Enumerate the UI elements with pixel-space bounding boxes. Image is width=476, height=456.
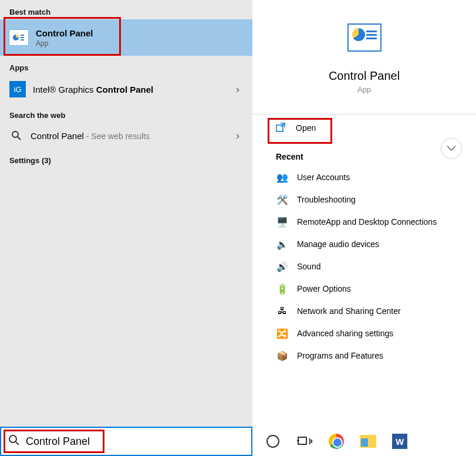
best-match-result[interactable]: Control Panel App <box>0 19 252 56</box>
svg-point-4 <box>12 131 18 137</box>
recent-item-label: RemoteApp and Desktop Connections <box>297 217 437 227</box>
recent-item[interactable]: 🔋Power Options <box>252 278 476 300</box>
task-view-icon[interactable] <box>296 433 313 450</box>
start-search-box[interactable] <box>0 427 252 456</box>
recent-item-icon: 🔀 <box>276 327 289 340</box>
web-item-control-panel[interactable]: Control Panel - See web results › <box>0 123 252 148</box>
svg-rect-2 <box>21 37 24 38</box>
svg-line-8 <box>16 442 19 445</box>
recent-item-icon: 🔊 <box>276 260 289 273</box>
recent-item-icon: 🔋 <box>276 282 289 295</box>
settings-heading[interactable]: Settings (3) <box>0 148 252 168</box>
recent-item-icon: 📦 <box>276 349 289 362</box>
recent-item-label: Programs and Features <box>297 351 383 360</box>
intel-graphics-icon: iG <box>9 81 26 97</box>
apps-heading: Apps <box>0 56 252 75</box>
svg-rect-3 <box>21 39 24 40</box>
search-input[interactable] <box>26 435 244 448</box>
recent-item-label: Advanced sharing settings <box>297 329 393 338</box>
recent-item[interactable]: 🛠️Troubleshooting <box>252 188 476 211</box>
best-match-heading: Best match <box>0 0 252 19</box>
recent-item-icon: 👥 <box>276 171 289 184</box>
app-title: Control Panel <box>252 69 476 83</box>
search-icon <box>8 434 20 449</box>
svg-line-5 <box>18 137 21 140</box>
recent-item-label: Troubleshooting <box>297 195 356 204</box>
taskbar: W <box>252 427 476 456</box>
open-label: Open <box>296 123 316 133</box>
recent-item-label: Manage audio devices <box>297 239 379 249</box>
chrome-icon[interactable] <box>328 433 345 450</box>
search-icon <box>9 129 23 143</box>
app-hero: Control Panel App <box>252 0 476 94</box>
recent-item[interactable]: 👥User Accounts <box>252 166 476 188</box>
svg-rect-1 <box>21 35 24 36</box>
apps-item-label: Intel® Graphics Control Panel <box>33 85 236 94</box>
recent-item-label: Power Options <box>297 284 351 293</box>
word-icon[interactable]: W <box>391 433 409 450</box>
recent-item-icon: 🖧 <box>276 305 289 317</box>
recent-item[interactable]: 🔊Sound <box>252 255 476 278</box>
file-explorer-icon[interactable] <box>359 433 377 450</box>
svg-point-7 <box>9 435 16 443</box>
apps-item-intel-graphics[interactable]: iG Intel® Graphics Control Panel › <box>0 75 252 103</box>
search-web-heading: Search the web <box>0 103 252 123</box>
cortana-icon[interactable] <box>264 433 282 450</box>
recent-item-icon: 🖥️ <box>276 215 289 228</box>
best-match-subtitle: App <box>36 39 93 48</box>
recent-item[interactable]: 🖧Network and Sharing Center <box>252 300 476 322</box>
recent-item[interactable]: 🔀Advanced sharing settings <box>252 322 476 344</box>
chevron-right-icon[interactable]: › <box>236 130 243 142</box>
open-action[interactable]: Open <box>252 114 476 141</box>
best-match-title: Control Panel <box>36 28 93 38</box>
svg-rect-9 <box>298 437 306 444</box>
recent-item-icon: 🔈 <box>276 238 289 251</box>
control-panel-large-icon <box>347 23 382 52</box>
recent-item[interactable]: 📦Programs and Features <box>252 344 476 367</box>
recent-item-icon: 🛠️ <box>276 193 289 206</box>
recent-item[interactable]: 🖥️RemoteApp and Desktop Connections <box>252 211 476 233</box>
web-item-label: Control Panel - See web results <box>31 131 236 141</box>
recent-item-label: User Accounts <box>297 173 350 182</box>
chevron-right-icon[interactable]: › <box>236 83 243 96</box>
control-panel-icon <box>9 29 29 46</box>
expand-button[interactable] <box>441 138 462 159</box>
app-subtitle: App <box>252 85 476 94</box>
recent-item-label: Network and Sharing Center <box>297 306 401 316</box>
recent-item-label: Sound <box>297 262 320 271</box>
recent-item[interactable]: 🔈Manage audio devices <box>252 233 476 255</box>
open-icon <box>276 123 286 133</box>
